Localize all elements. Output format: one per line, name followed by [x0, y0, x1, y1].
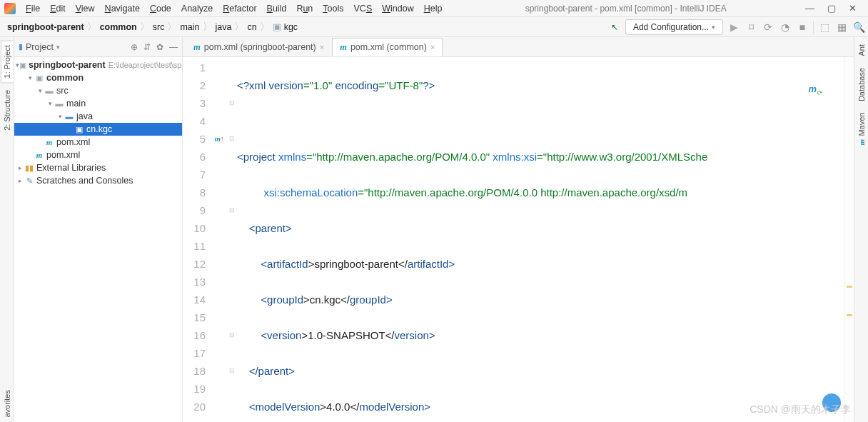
build-hammer-icon[interactable]: ↖: [608, 21, 621, 34]
tree-main[interactable]: ▾▬ main: [14, 97, 182, 110]
code-content[interactable]: <?xml version="1.0" encoding="UTF-8"?> <…: [237, 57, 844, 422]
project-pane-title[interactable]: Project: [26, 42, 54, 52]
editor-area: m pom.xml (springboot-parent) × m pom.xm…: [183, 37, 854, 422]
menu-help[interactable]: Help: [420, 3, 447, 14]
menu-tools[interactable]: Tools: [318, 3, 348, 14]
maven-file-icon: m: [340, 42, 347, 53]
window-controls: — ▢ ✕: [805, 3, 864, 14]
editor-tabs: m pom.xml (springboot-parent) × m pom.xm…: [183, 37, 854, 57]
main-content: 1: Project 2: Structure avorites ▮ Proje…: [0, 37, 868, 422]
title-bar: FFileile Edit View Navigate Code Analyze…: [0, 0, 868, 17]
tab-database[interactable]: Database: [856, 64, 867, 106]
menu-run[interactable]: Run: [292, 3, 317, 14]
project-pane: ▮ Project ▾ ⊕ ⇵ ✿ — ▾▣ springboot-parent…: [14, 37, 183, 422]
project-pane-header: ▮ Project ▾ ⊕ ⇵ ✿ —: [14, 37, 182, 57]
project-structure-icon[interactable]: ▦: [835, 21, 848, 34]
right-tool-strip: Ant Database m Maven: [854, 37, 868, 422]
breadcrumb: springboot-parent〉 common〉 src〉 main〉 ja…: [3, 20, 302, 34]
main-menu: FFileile Edit View Navigate Code Analyze…: [21, 3, 446, 14]
crumb-module[interactable]: common: [96, 21, 141, 34]
run-icon[interactable]: ▶: [727, 21, 740, 34]
settings-gear-icon[interactable]: ✿: [156, 42, 163, 52]
profile-icon[interactable]: ◔: [779, 21, 792, 34]
vcs-update-icon[interactable]: ⬚: [818, 21, 831, 34]
floating-action-icon[interactable]: [822, 393, 841, 412]
menu-navigate[interactable]: Navigate: [101, 3, 144, 14]
tree-root[interactable]: ▾▣ springboot-parent E:\ideaproject\test…: [14, 59, 182, 71]
project-tree[interactable]: ▾▣ springboot-parent E:\ideaproject\test…: [14, 57, 182, 189]
maximize-icon[interactable]: ▢: [827, 3, 836, 14]
crumb-java[interactable]: java: [211, 21, 236, 34]
maven-marker-icon[interactable]: m: [214, 130, 221, 148]
expand-all-icon[interactable]: ⇵: [143, 42, 151, 52]
menu-build[interactable]: Build: [263, 3, 291, 14]
coverage-icon[interactable]: ⟳: [762, 21, 774, 34]
navigation-bar: springboot-parent〉 common〉 src〉 main〉 ja…: [0, 17, 868, 37]
icon-gutter: m↑: [211, 57, 227, 422]
menu-edit[interactable]: Edit: [46, 3, 70, 14]
tree-src[interactable]: ▾▬ src: [14, 84, 182, 97]
tree-scratches[interactable]: ▸✎ Scratches and Consoles: [14, 174, 182, 187]
menu-code[interactable]: Code: [146, 3, 176, 14]
toolbar-divider: [813, 21, 814, 34]
tab-favorites[interactable]: avorites: [1, 386, 13, 422]
tree-java[interactable]: ▾▬ java: [14, 110, 182, 123]
close-tab-icon[interactable]: ×: [430, 43, 435, 51]
tab-structure[interactable]: 2: Structure: [1, 86, 13, 135]
crumb-cn[interactable]: cn: [243, 21, 261, 34]
crumb-main[interactable]: main: [176, 21, 203, 34]
menu-file[interactable]: FFileile: [21, 3, 44, 14]
fold-gutter: ⊟ ⊟ ⊟ ⊟ ⊟: [227, 57, 237, 422]
project-view-icon: ▮: [19, 42, 23, 51]
stop-icon[interactable]: ■: [796, 21, 809, 34]
menu-vcs[interactable]: VCS: [350, 3, 377, 14]
maven-reload-badge[interactable]: m⟳: [808, 80, 822, 102]
tree-package-cnkgc[interactable]: ▣ cn.kgc: [14, 123, 182, 136]
minimize-icon[interactable]: —: [805, 3, 814, 14]
crumb-kgc[interactable]: ▣ kgc: [268, 20, 302, 34]
tree-module-common[interactable]: ▾▣ common: [14, 71, 182, 84]
tab-ant[interactable]: Ant: [856, 40, 867, 61]
error-stripe[interactable]: [844, 57, 854, 422]
menu-analyze[interactable]: Analyze: [177, 3, 217, 14]
tab-maven[interactable]: m Maven: [856, 109, 867, 150]
menu-window[interactable]: Window: [378, 3, 418, 14]
left-tool-strip: 1: Project 2: Structure avorites: [0, 37, 14, 422]
menu-view[interactable]: View: [71, 3, 99, 14]
select-opened-file-icon[interactable]: ⊕: [131, 42, 138, 52]
editor-tab-parent-pom[interactable]: m pom.xml (springboot-parent) ×: [186, 38, 332, 56]
close-tab-icon[interactable]: ×: [320, 43, 324, 51]
search-everywhere-icon[interactable]: 🔍: [852, 21, 865, 34]
crumb-src[interactable]: src: [148, 21, 169, 34]
tab-project[interactable]: 1: Project: [1, 40, 13, 83]
editor-body[interactable]: 1234 5678 9101112 13141516 17181920 m↑ ⊟…: [183, 57, 854, 422]
tree-pom-parent[interactable]: m pom.xml: [14, 149, 182, 161]
menu-refactor[interactable]: Refactor: [218, 3, 261, 14]
tree-external-libraries[interactable]: ▸▮▮ External Libraries: [14, 161, 182, 174]
editor-tab-common-pom[interactable]: m pom.xml (common) ×: [332, 38, 443, 56]
add-configuration-button[interactable]: Add Configuration... ▾: [625, 19, 723, 35]
app-logo-icon: [4, 3, 16, 14]
window-title: springboot-parent - pom.xml [common] - I…: [446, 4, 805, 14]
maven-file-icon: m: [193, 42, 201, 53]
debug-icon[interactable]: ⌑: [745, 21, 757, 34]
close-icon[interactable]: ✕: [849, 3, 857, 14]
crumb-root[interactable]: springboot-parent: [3, 21, 89, 34]
tree-pom-common[interactable]: m pom.xml: [14, 136, 182, 149]
hide-pane-icon[interactable]: —: [169, 42, 178, 52]
line-number-gutter: 1234 5678 9101112 13141516 17181920: [183, 57, 211, 422]
